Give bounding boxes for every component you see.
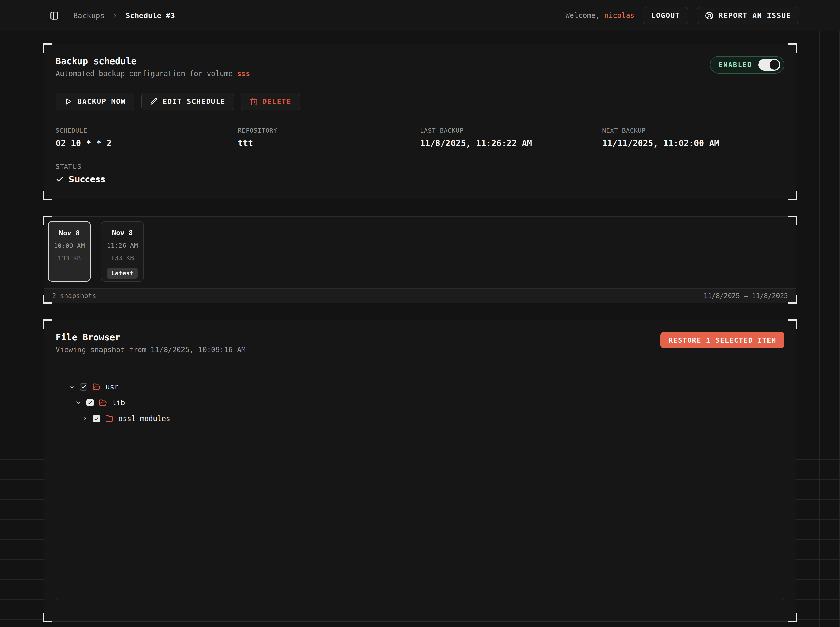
- chevron-down-icon[interactable]: [74, 399, 82, 406]
- snapshot-card-selected[interactable]: Nov 8 10:09 AM 133 KB: [48, 221, 91, 282]
- panel-subtitle: Automated backup configuration for volum…: [55, 69, 250, 78]
- field-repository: REPOSITORY ttt: [238, 127, 420, 148]
- schedule-actions: BACKUP NOW EDIT SCHEDULE DELETE: [55, 93, 785, 110]
- folder-open-icon: [99, 399, 107, 407]
- pencil-icon: [150, 97, 158, 106]
- edit-schedule-button[interactable]: EDIT SCHEDULE: [141, 93, 234, 110]
- restore-selected-button[interactable]: RESTORE 1 SELECTED ITEM: [660, 332, 785, 348]
- checkbox-checked[interactable]: [86, 399, 94, 406]
- checkbox-checked[interactable]: [93, 415, 100, 422]
- breadcrumb-backups[interactable]: Backups: [73, 11, 104, 20]
- corner-bracket: [788, 613, 797, 622]
- tree-item-label: usr: [106, 383, 118, 391]
- logout-button[interactable]: LOGOUT: [643, 7, 688, 24]
- chevron-down-icon[interactable]: [68, 383, 76, 391]
- corner-bracket: [788, 295, 797, 304]
- toggle-switch[interactable]: [758, 59, 780, 71]
- backup-now-button[interactable]: BACKUP NOW: [55, 93, 134, 110]
- delete-button[interactable]: DELETE: [241, 93, 300, 110]
- file-browser-title: File Browser: [55, 332, 246, 342]
- tree-row-usr[interactable]: usr: [56, 379, 784, 395]
- breadcrumb: Backups Schedule #3: [73, 11, 175, 20]
- folder-closed-icon: [105, 415, 113, 422]
- tree-item-label: lib: [112, 399, 125, 407]
- play-icon: [64, 97, 73, 106]
- breadcrumb-current-page: Schedule #3: [126, 11, 175, 20]
- corner-bracket: [43, 613, 52, 622]
- snapshot-count: 2 snapshots: [52, 292, 96, 300]
- field-schedule: SCHEDULE 02 10 * * 2: [55, 127, 238, 148]
- corner-bracket: [43, 320, 52, 329]
- status-badge: Success: [68, 175, 105, 184]
- username: nicolas: [604, 11, 635, 20]
- sidebar-toggle-button[interactable]: [48, 9, 61, 22]
- corner-bracket: [788, 43, 797, 52]
- corner-bracket: [788, 320, 797, 329]
- snapshot-date-range: 11/8/2025 – 11/8/2025: [704, 292, 788, 300]
- panel-left-icon: [49, 11, 60, 21]
- corner-bracket: [43, 43, 52, 52]
- snapshots-footer: 2 snapshots 11/8/2025 – 11/8/2025: [44, 288, 796, 303]
- volume-name: sss: [237, 69, 250, 78]
- chevron-right-icon: [112, 12, 118, 19]
- file-browser-panel: File Browser Viewing snapshot from 11/8/…: [44, 320, 796, 622]
- lifebuoy-icon: [705, 11, 714, 20]
- corner-bracket: [788, 191, 797, 200]
- file-tree: usr lib: [55, 371, 785, 600]
- corner-bracket: [43, 295, 52, 304]
- corner-bracket: [43, 216, 52, 225]
- tree-item-label: ossl-modules: [118, 414, 170, 423]
- checkbox-partial[interactable]: [80, 383, 87, 391]
- check-icon: [55, 175, 64, 183]
- field-next-backup: NEXT BACKUP 11/11/2025, 11:02:00 AM: [602, 127, 785, 148]
- tree-row-lib[interactable]: lib: [56, 395, 784, 411]
- backup-app-page: Backups Schedule #3 Welcome, nicolas LOG…: [0, 0, 840, 627]
- toggle-knob: [769, 60, 779, 70]
- snapshot-card-latest[interactable]: Nov 8 11:26 AM 133 KB Latest: [101, 221, 144, 282]
- report-issue-button[interactable]: REPORT AN ISSUE: [697, 7, 799, 24]
- backup-schedule-panel: Backup schedule Automated backup configu…: [44, 44, 796, 199]
- snapshot-cards: Nov 8 10:09 AM 133 KB Nov 8 11:26 AM 133…: [44, 217, 796, 288]
- topbar: Backups Schedule #3 Welcome, nicolas LOG…: [0, 0, 840, 31]
- tree-row-ossl-modules[interactable]: ossl-modules: [56, 411, 784, 427]
- folder-open-icon: [93, 383, 101, 391]
- field-last-backup: LAST BACKUP 11/8/2025, 11:26:22 AM: [420, 127, 602, 148]
- panel-title: Backup schedule: [55, 56, 250, 66]
- welcome-text: Welcome, nicolas: [565, 11, 635, 20]
- corner-bracket: [788, 216, 797, 225]
- file-browser-subtitle: Viewing snapshot from 11/8/2025, 10:09:1…: [55, 345, 246, 354]
- chevron-right-icon[interactable]: [81, 415, 88, 422]
- snapshots-panel: Nov 8 10:09 AM 133 KB Nov 8 11:26 AM 133…: [44, 216, 796, 303]
- latest-badge: Latest: [107, 268, 137, 279]
- corner-bracket: [43, 191, 52, 200]
- trash-icon: [249, 97, 258, 106]
- schedule-fields: SCHEDULE 02 10 * * 2 REPOSITORY ttt LAST…: [55, 127, 785, 148]
- enabled-toggle[interactable]: ENABLED: [710, 56, 785, 74]
- status-block: STATUS Success: [55, 163, 785, 184]
